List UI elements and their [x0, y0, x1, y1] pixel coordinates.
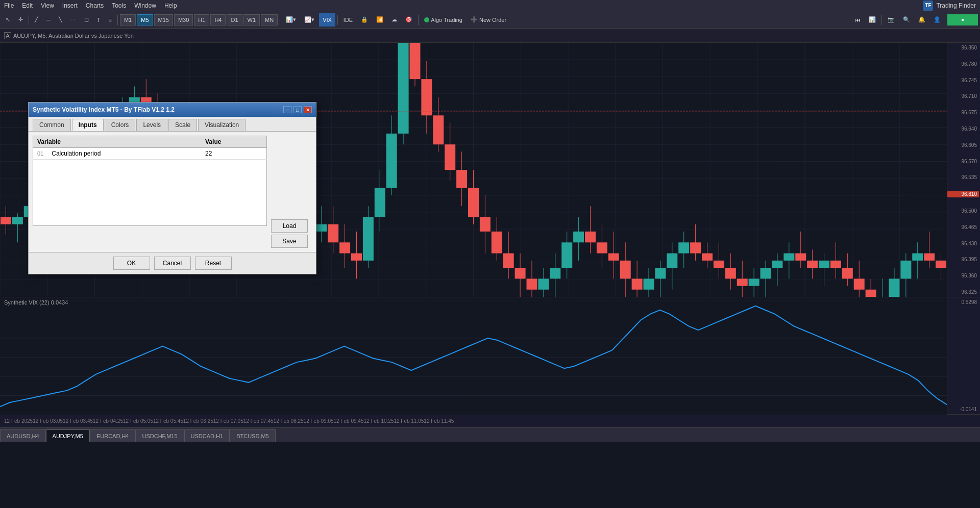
reset-btn[interactable]: Reset: [195, 257, 232, 270]
menu-item-file[interactable]: File: [4, 2, 14, 9]
tab-colors[interactable]: Colors: [105, 119, 136, 131]
hline-tool[interactable]: ─: [43, 13, 54, 27]
indicator-dialog[interactable]: Synthetic Volatility Index MT5 - By TFla…: [28, 102, 316, 274]
crosshair-tool[interactable]: ✛: [15, 13, 27, 27]
dialog-close-btn[interactable]: ✕: [304, 106, 312, 113]
tf-m15[interactable]: M15: [154, 14, 173, 26]
vix-bottom-val: -0.0141: [947, 407, 980, 412]
cursor-tool[interactable]: ↖: [2, 13, 14, 27]
tf-m5[interactable]: M5: [137, 14, 153, 26]
shapes-tool[interactable]: ◻: [81, 13, 92, 27]
indicator-btn[interactable]: 📈▾: [301, 13, 318, 27]
cloud-btn[interactable]: ☁: [388, 13, 401, 27]
tab-common[interactable]: Common: [33, 119, 71, 131]
price-96430: 96.430: [947, 241, 980, 246]
vix-chart: Synthetic VIX (22) 0.0434: [0, 297, 947, 414]
menu-item-view[interactable]: View: [41, 2, 54, 9]
cancel-btn[interactable]: Cancel: [154, 257, 191, 270]
notification-btn[interactable]: 🔔: [915, 13, 929, 27]
menu-item-insert[interactable]: Insert: [62, 2, 78, 9]
time-label-1: 12 Feb 03:05: [33, 418, 63, 424]
dialog-minimize-btn[interactable]: ─: [283, 106, 291, 113]
save-btn[interactable]: Save: [271, 235, 308, 248]
ok-btn[interactable]: OK: [113, 257, 150, 270]
tf-logo-text: Trading Finder: [936, 2, 976, 9]
lock-btn[interactable]: 🔒: [357, 13, 372, 27]
dialog-body: Variable Value 01 Calculation period 22: [29, 132, 316, 252]
menu-item-window[interactable]: Window: [134, 2, 156, 9]
price-96745: 96.745: [947, 78, 980, 83]
tab-usdchf[interactable]: USDCHF,M15: [135, 429, 184, 442]
row-num-01: 01: [33, 148, 48, 160]
menu-item-help[interactable]: Help: [164, 2, 177, 9]
dialog-title-bar: Synthetic Volatility Index MT5 - By TFla…: [29, 103, 316, 117]
toolbar-sep-4: [337, 15, 338, 25]
time-label-3: 12 Feb 04:25: [93, 418, 123, 424]
time-label-7: 12 Feb 07:05: [213, 418, 243, 424]
side-buttons: Load Save: [271, 136, 312, 248]
bottom-tabs: AUDUSD,H4 AUDJPY,M5 EURCAD,H4 USDCHF,M15…: [0, 427, 980, 442]
tf-h1[interactable]: H1: [194, 14, 209, 26]
tab-audusd[interactable]: AUDUSD,H4: [0, 429, 46, 442]
status-indicator: ●: [947, 14, 978, 26]
menu-item-charts[interactable]: Charts: [86, 2, 104, 9]
tf-logo-icon: TF: [923, 1, 933, 11]
vix-btn[interactable]: VIX: [319, 13, 335, 27]
tab-btcusd[interactable]: BTCUSD,M5: [230, 429, 276, 442]
tab-inputs[interactable]: Inputs: [72, 119, 104, 131]
load-btn[interactable]: Load: [271, 219, 308, 233]
zoom-chart-btn[interactable]: 📊: [865, 13, 879, 27]
tf-d1[interactable]: D1: [227, 14, 242, 26]
menu-item-tools[interactable]: Tools: [112, 2, 126, 9]
time-label-11: 12 Feb 09:45: [334, 418, 364, 424]
time-label-2: 12 Feb 03:45: [63, 418, 93, 424]
scroll-left-btn[interactable]: ⏮: [851, 13, 864, 27]
vix-canvas[interactable]: [0, 300, 947, 415]
tf-mn[interactable]: MN: [261, 14, 278, 26]
tab-visualization[interactable]: Visualization: [198, 119, 246, 131]
tf-w1[interactable]: W1: [243, 14, 260, 26]
time-label-12: 12 Feb 10:25: [363, 418, 394, 424]
tf-m30[interactable]: M30: [174, 14, 193, 26]
tf-m1[interactable]: M1: [120, 14, 136, 26]
time-label-13: 12 Feb 11:05: [394, 418, 424, 424]
tab-eurcad[interactable]: EURCAD,H4: [90, 429, 136, 442]
dialog-controls: ─ □ ✕: [283, 106, 312, 113]
price-96535: 96.535: [947, 174, 980, 180]
tab-audjpy[interactable]: AUDJPY,M5: [46, 429, 90, 442]
dialog-content: Variable Value 01 Calculation period 22: [33, 136, 312, 248]
new-order-btn[interactable]: ➕ New Order: [467, 13, 510, 27]
tf-h4[interactable]: H4: [210, 14, 226, 26]
toolbar: ↖ ✛ ╱ ─ ╲ ⋯ ◻ T ≡ M1 M5 M15 M30 H1 H4 D1…: [0, 11, 980, 29]
dialog-restore-btn[interactable]: □: [293, 106, 302, 113]
ide-btn[interactable]: IDE: [340, 13, 356, 27]
tab-usdcad[interactable]: USDCAD,H1: [184, 429, 230, 442]
channel-tool[interactable]: ⋯: [67, 13, 80, 27]
menu-item-edit[interactable]: Edit: [22, 2, 33, 9]
signal-btn[interactable]: 📶: [373, 13, 387, 27]
inputs-table-container: Variable Value 01 Calculation period 22: [33, 136, 267, 248]
target-btn[interactable]: 🎯: [402, 13, 416, 27]
trendline-tool[interactable]: ╲: [55, 13, 66, 27]
time-label-10: 12 Feb 09:05: [304, 418, 334, 424]
time-label-8: 12 Feb 07:45: [243, 418, 274, 424]
symbol-icon: A: [4, 32, 11, 39]
tab-scale[interactable]: Scale: [168, 119, 197, 131]
dialog-tabs: Common Inputs Colors Levels Scale Visual…: [29, 117, 316, 132]
symbol-bar: A AUDJPY, M5: Australian Dollar vs Japan…: [0, 29, 980, 43]
more-tools[interactable]: ≡: [105, 13, 115, 27]
chart-type-btn[interactable]: 📊▾: [282, 13, 300, 27]
search-btn[interactable]: 🔍: [899, 13, 914, 27]
row-value-22[interactable]: 22: [201, 148, 266, 160]
text-tool[interactable]: T: [93, 13, 104, 27]
tab-levels[interactable]: Levels: [136, 119, 167, 131]
line-tool[interactable]: ╱: [31, 13, 42, 27]
algo-trading-btn[interactable]: Algo Trading: [421, 13, 466, 27]
screenshot-btn[interactable]: 📷: [884, 13, 898, 27]
price-96710: 96.710: [947, 93, 980, 99]
price-96640: 96.640: [947, 126, 980, 132]
user-btn[interactable]: 👤: [930, 13, 944, 27]
table-row: 01 Calculation period 22: [33, 148, 267, 160]
price-scale: 96.850 96.780 96.745 96.710 96.675 96.64…: [947, 43, 980, 297]
time-label-6: 12 Feb 06:25: [183, 418, 213, 424]
